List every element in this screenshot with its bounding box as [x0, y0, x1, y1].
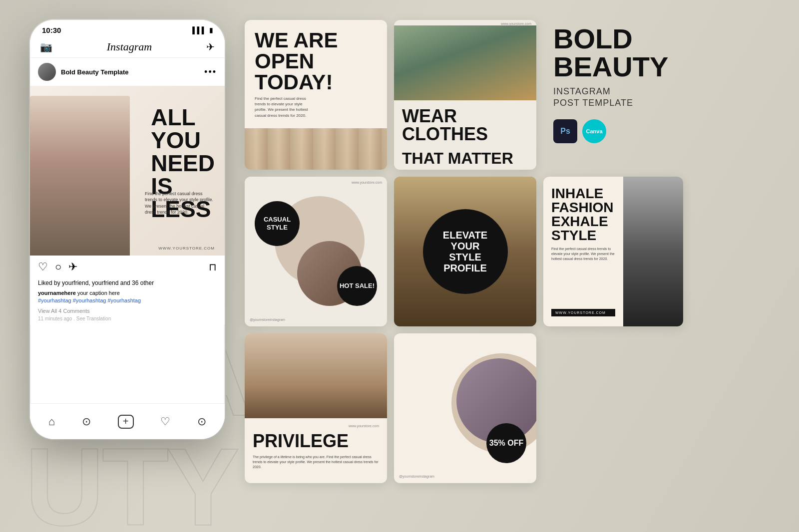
template-open-today: WE AREOPENTODAY! Find the perfect casual… — [245, 20, 387, 170]
templates-grid: WE AREOPENTODAY! Find the perfect casual… — [245, 20, 794, 483]
t6-content: INHALEFASHIONEXHALESTYLE Find the perfec… — [543, 177, 683, 326]
template-casual-style: www.yourstore.com CASUAL STYLE HOT SALE!… — [245, 177, 387, 326]
template-elevate: ELEVATEYOURSTYLEPROFILE — [394, 177, 536, 326]
brand-tools: Ps Canva — [553, 119, 683, 143]
t7-url: www.yourstore.com — [253, 424, 379, 431]
casual-style-badge: CASUAL STYLE — [255, 201, 300, 246]
add-nav-icon[interactable]: + — [118, 415, 134, 429]
t5-circle: ELEVATEYOURSTYLEPROFILE — [423, 209, 508, 294]
post-website: WWW.YOURSTORE.COM — [158, 246, 215, 251]
post-image: ALL YOU NEED IS LESS Find the perfect ca… — [30, 86, 225, 256]
phone-mockup: 10:30 ▌▌▌ ▮ 📷 Instagram ✈ Bold Beauty Te… — [30, 20, 245, 479]
discount-badge: 35% OFF — [486, 423, 526, 463]
t8-url: @yournstoreinstagram — [399, 475, 434, 478]
t4-url: www.yourstore.com — [245, 177, 387, 186]
heart-nav-icon[interactable]: ♡ — [160, 415, 170, 428]
t6-url-bar: WWW.YOURSTORE.COM — [551, 309, 615, 316]
post-hashtags: #yourhashtag #yourhashtag #yourhashtag — [38, 297, 141, 303]
t2-image — [394, 25, 536, 100]
profile-nav-icon[interactable]: ⊙ — [197, 415, 206, 428]
signal-icon: ▌▌▌ — [192, 26, 206, 34]
template-inhale-fashion: INHALEFASHIONEXHALESTYLE Find the perfec… — [543, 177, 683, 326]
post-options-icon[interactable]: ••• — [204, 67, 217, 77]
template-privilege: www.yourstore.com PRIVILEGE The privileg… — [245, 333, 387, 483]
t5-text: ELEVATEYOURSTYLEPROFILE — [443, 230, 487, 273]
t7-desc: The privilege of a lifetime is being who… — [253, 455, 379, 469]
person-image — [30, 96, 130, 256]
t6-desc: Find the perfect casual dress trends to … — [551, 247, 615, 261]
camera-icon: 📷 — [40, 41, 52, 53]
brand-info-panel: Bold Beauty INSTAGRAMPOST TEMPLATE Ps Ca… — [543, 20, 683, 170]
post-likes: Liked by yourfriend, yourfriend and 36 o… — [30, 278, 225, 288]
t7-bottom: www.yourstore.com PRIVILEGE The privileg… — [245, 418, 387, 475]
bottom-nav: ⌂ ⊙ + ♡ ⊙ — [30, 403, 225, 439]
t6-headline: INHALEFASHIONEXHALESTYLE — [551, 187, 615, 243]
t4-inner: CASUAL STYLE HOT SALE! — [245, 186, 387, 316]
send-icon: ✈ — [206, 41, 215, 53]
template-wear-clothes: www.yourstore.com WEARCLOTHES THAT MATTE… — [394, 20, 536, 170]
search-nav-icon[interactable]: ⊙ — [82, 415, 91, 428]
post-caption: yournamehere your caption here #yourhash… — [30, 288, 225, 307]
post-username: Bold Beauty Template — [61, 68, 129, 76]
bookmark-icon[interactable]: ⊓ — [209, 261, 217, 273]
status-icons: ▌▌▌ ▮ — [192, 26, 213, 34]
t2-credit: @yournstoreinstagram — [394, 169, 536, 170]
t7-image — [245, 333, 387, 418]
photoshop-badge: Ps — [553, 119, 577, 143]
post-actions: ♡ ○ ✈ ⊓ — [30, 256, 225, 278]
share-icon[interactable]: ✈ — [68, 261, 77, 273]
brand-title: Bold Beauty — [553, 25, 683, 81]
t7-headline: PRIVILEGE — [253, 431, 379, 452]
status-time: 10:30 — [42, 26, 61, 34]
avatar — [38, 63, 56, 81]
ig-header: 📷 Instagram ✈ — [30, 36, 225, 58]
t1-desc: Find the perfect casual dress trends to … — [255, 96, 310, 118]
t2-url: www.yourstore.com — [394, 20, 536, 25]
brand-subtitle: INSTAGRAMPOST TEMPLATE — [553, 86, 683, 109]
t1-image — [245, 128, 387, 170]
heart-icon[interactable]: ♡ — [38, 261, 48, 273]
post-time: 11 minutes ago . See Translation — [30, 315, 225, 324]
t2-headline-bottom: THAT MATTER — [402, 150, 528, 166]
home-nav-icon[interactable]: ⌂ — [48, 415, 55, 428]
hot-sale-badge: HOT SALE! — [337, 266, 377, 306]
comment-icon[interactable]: ○ — [55, 261, 61, 273]
t1-headline: WE AREOPENTODAY! — [255, 30, 377, 93]
template-35off: 35% OFF @yournstoreinstagram — [394, 333, 536, 483]
canva-badge: Canva — [582, 119, 606, 143]
t8-inner: 35% OFF @yournstoreinstagram — [394, 333, 536, 483]
t4-handle: @yournstoreinstagram — [245, 316, 387, 323]
instagram-logo: Instagram — [107, 40, 152, 53]
battery-icon: ▮ — [209, 26, 213, 34]
post-description: Find the perfect casual dress trends to … — [145, 191, 215, 216]
post-comments-link[interactable]: View All 4 Comments — [30, 307, 225, 315]
t6-image — [623, 177, 683, 326]
t6-left: INHALEFASHIONEXHALESTYLE Find the perfec… — [543, 177, 623, 326]
post-header: Bold Beauty Template ••• — [30, 58, 225, 86]
status-bar: 10:30 ▌▌▌ ▮ — [30, 20, 225, 36]
t2-headline-top: WEARCLOTHES — [402, 107, 528, 143]
